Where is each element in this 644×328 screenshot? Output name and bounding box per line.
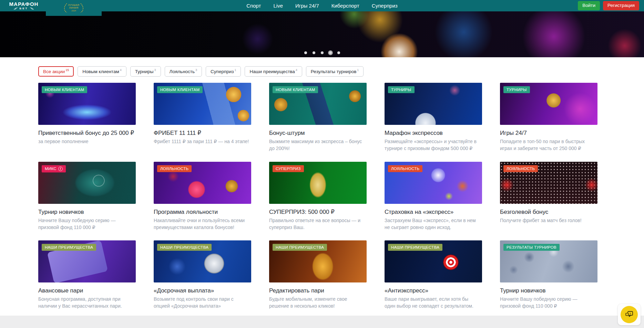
promo-card-title: СУПЕРПРИЗ: 500 000 ₽ (269, 208, 367, 216)
promo-card-title: Приветственный бонус до 25 000 ₽ (38, 129, 136, 137)
filter-tab[interactable]: Новым клиентам4 (78, 66, 126, 77)
promo-card-title: Программа лояльности (154, 208, 251, 216)
nav-item-4[interactable]: Киберспорт (331, 3, 359, 9)
promo-badge-label: НОВЫМ КЛИЕНТАМ (45, 88, 84, 92)
marathonbet-logo[interactable]: МАРАФОН БЕТ (5, 1, 43, 10)
promo-badge: НАШИ ПРЕИМУЩЕСТВА (157, 244, 212, 251)
promo-badge: НАШИ ПРЕИМУЩЕСТВА (273, 244, 327, 251)
promo-card[interactable]: ЛОЯЛЬНОСТЬ Программа лояльности Накаплив… (154, 162, 251, 231)
promo-badge-label: НОВЫМ КЛИЕНТАМ (276, 88, 315, 92)
promo-badge: НОВЫМ КЛИЕНТАМ (273, 86, 318, 93)
promo-card-title: «Досрочная выплата» (154, 287, 251, 295)
filter-tab[interactable]: Все акции15 (38, 66, 74, 77)
filter-tab[interactable]: Результаты турниров1 (306, 66, 364, 77)
nav-item-2[interactable]: Live (273, 3, 283, 9)
promo-card-description: Фрибет 1111 ₽ за пари 111 ₽ — на 4 этапе… (154, 138, 251, 145)
promo-filter-tabs: Все акции15Новым клиентам4Турниры3Лояльн… (38, 66, 644, 77)
promo-card-description: Размещайте «экспрессы» и участвуйте в ту… (385, 138, 482, 152)
promo-card[interactable]: ЛОЯЛЬНОСТЬ Безголевой бонус Получите фри… (500, 162, 597, 231)
promo-card-title: Безголевой бонус (500, 208, 597, 216)
promo-card-image: МИКС i (38, 162, 136, 204)
award-wreath-left-icon (63, 3, 68, 13)
promo-badge-label: ЛОЯЛЬНОСТЬ (507, 167, 535, 171)
promo-card-image: ТУРНИРЫ (500, 83, 597, 125)
filter-tab[interactable]: Наши преимущества4 (245, 66, 302, 77)
promo-card-title: Страховка на «экспресс» (385, 208, 482, 216)
promo-card-image: НОВЫМ КЛИЕНТАМ (269, 83, 367, 125)
promo-grid: НОВЫМ КЛИЕНТАМ Приветственный бонус до 2… (38, 83, 606, 310)
promo-card-image: ЛОЯЛЬНОСТЬ (500, 162, 597, 204)
carousel-dot[interactable] (337, 51, 340, 54)
promo-card[interactable]: ЛОЯЛЬНОСТЬ Страховка на «экспресс» Застр… (385, 162, 482, 231)
promo-card[interactable]: НОВЫМ КЛИЕНТАМ ФРИБЕТ 11 111 ₽ Фрибет 11… (154, 83, 251, 152)
promo-card-image: ЛОЯЛЬНОСТЬ (385, 162, 482, 204)
promo-badge: НОВЫМ КЛИЕНТАМ (157, 86, 203, 93)
promo-card-image: НАШИ ПРЕИМУЩЕСТВА (385, 240, 482, 282)
login-button[interactable]: Войти (578, 1, 600, 10)
promo-card[interactable]: НАШИ ПРЕИМУЩЕСТВА Редактировать пари Буд… (269, 240, 367, 310)
promo-card[interactable]: НОВЫМ КЛИЕНТАМ Приветственный бонус до 2… (38, 83, 136, 152)
promo-card[interactable]: НОВЫМ КЛИЕНТАМ Бонус-штурм Выжмите макси… (269, 83, 367, 152)
promo-card-description: Возьмите под контроль свои пари с опцией… (154, 296, 251, 310)
filter-tab[interactable]: Лояльность3 (165, 66, 202, 77)
best-line-award-emblem: ЛУЧШАЯ ЛИНИЯ 2024 (63, 3, 84, 13)
promo-card[interactable]: НАШИ ПРЕИМУЩЕСТВА «Антиэкспресс» Ваше па… (385, 240, 482, 310)
carousel-dot[interactable] (329, 51, 332, 54)
promo-badge: ТУРНИРЫ (503, 86, 530, 93)
promo-badge-label: РЕЗУЛЬТАТЫ ТУРНИРОВ (507, 245, 556, 249)
filter-tab[interactable]: Суперприз1 (206, 66, 241, 77)
promo-card[interactable]: НАШИ ПРЕИМУЩЕСТВА «Досрочная выплата» Во… (154, 240, 251, 310)
promo-card[interactable]: НАШИ ПРЕИМУЩЕСТВА Авансовые пари Бонусна… (38, 240, 136, 310)
promo-card-image: НОВЫМ КЛИЕНТАМ (154, 83, 251, 125)
promo-card-title: Игры 24/7 (500, 129, 597, 137)
promo-card[interactable]: РЕЗУЛЬТАТЫ ТУРНИРОВ Турнир новичков Начн… (500, 240, 597, 310)
laurel-left-icon (13, 7, 18, 10)
support-chat-button[interactable]: ? ·· (618, 304, 641, 325)
promo-badge-label: НАШИ ПРЕИМУЩЕСТВА (276, 245, 324, 249)
main-nav: СпортLiveИгры 24/7КиберспортСуперприз (246, 0, 397, 11)
promo-card-image: СУПЕРПРИЗ (269, 162, 367, 204)
promo-badge-label: ТУРНИРЫ (391, 88, 411, 92)
promo-card-description: Ваше пари выигрывает, если хотя бы один … (385, 296, 482, 310)
register-button[interactable]: Регистрация (603, 1, 639, 10)
promo-card-description: Накапливайте очки и пользуйтесь всеми пр… (154, 217, 251, 231)
promo-badge-label: НАШИ ПРЕИМУЩЕСТВА (391, 245, 439, 249)
promo-badge-label: ЛОЯЛЬНОСТЬ (160, 167, 188, 171)
promo-badge: ЛОЯЛЬНОСТЬ (157, 165, 192, 172)
filter-tab[interactable]: Турниры3 (130, 66, 161, 77)
nav-item-3[interactable]: Игры 24/7 (295, 3, 319, 9)
promo-card[interactable]: СУПЕРПРИЗ СУПЕРПРИЗ: 500 000 ₽ Правильно… (269, 162, 367, 231)
promo-card-title: «Антиэкспресс» (385, 287, 482, 295)
carousel-dot[interactable] (321, 51, 324, 54)
promo-badge-label: НОВЫМ КЛИЕНТАМ (160, 88, 200, 92)
promo-card-description: за первое пополнение (38, 138, 136, 145)
promo-card[interactable]: ТУРНИРЫ Марафон экспрессов Размещайте «э… (385, 83, 482, 152)
promo-badge-label: СУПЕРПРИЗ (276, 167, 301, 171)
hero-banner[interactable] (0, 11, 644, 57)
promo-badge: ЛОЯЛЬНОСТЬ (503, 165, 538, 172)
nav-item-1[interactable]: Спорт (246, 3, 261, 9)
promo-badge-label: НАШИ ПРЕИМУЩЕСТВА (160, 245, 208, 249)
promo-card[interactable]: МИКС i Турнир новичков Начните Вашу побе… (38, 162, 136, 231)
promo-badge: ЛОЯЛЬНОСТЬ (388, 165, 422, 172)
logo-text-line2: БЕТ (20, 7, 28, 10)
carousel-dot[interactable] (313, 51, 315, 54)
promo-badge: ТУРНИРЫ (388, 86, 415, 93)
promo-card-image: НАШИ ПРЕИМУЩЕСТВА (154, 240, 251, 282)
promo-card-description: Попадите в топ-50 по пари в быстрых игра… (500, 138, 597, 152)
promo-card-title: Турнир новичков (38, 208, 136, 216)
promo-card-image: НАШИ ПРЕИМУЩЕСТВА (38, 240, 136, 282)
svg-text:?: ? (630, 312, 631, 315)
award-wreath-right-icon (80, 3, 84, 13)
promo-badge-label: НАШИ ПРЕИМУЩЕСТВА (45, 245, 93, 249)
promo-badge-label: ТУРНИРЫ (507, 88, 527, 92)
promo-card-title: Турнир новичков (500, 287, 597, 295)
nav-item-5[interactable]: Суперприз (372, 3, 398, 9)
promo-badge-label: МИКС (45, 167, 57, 171)
promo-card-image: НАШИ ПРЕИМУЩЕСТВА (269, 240, 367, 282)
svg-text:··: ·· (626, 314, 628, 316)
promo-card-title: Редактировать пари (269, 287, 367, 295)
promo-card[interactable]: ТУРНИРЫ Игры 24/7 Попадите в топ-50 по п… (500, 83, 597, 152)
carousel-dot[interactable] (304, 51, 307, 54)
info-icon[interactable]: i (58, 167, 63, 171)
